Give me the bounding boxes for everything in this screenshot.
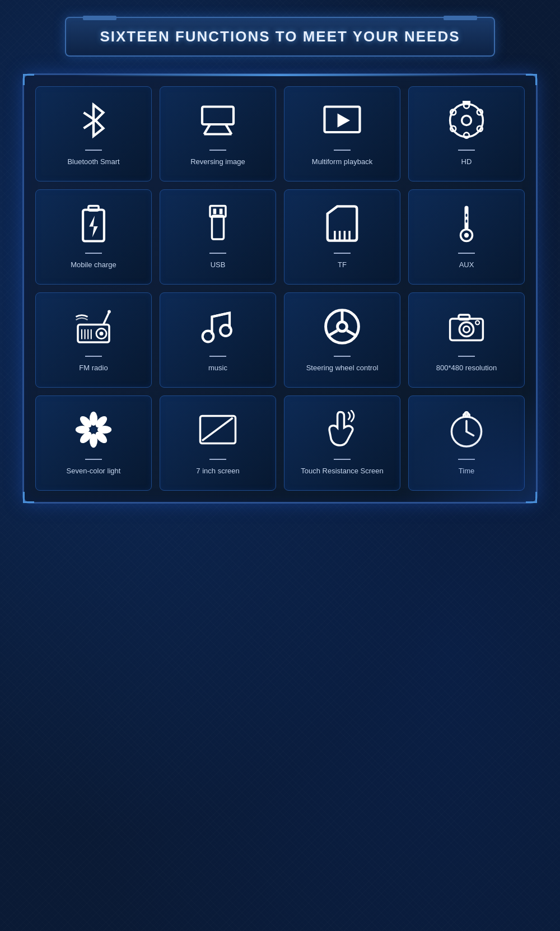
feature-divider [334,150,351,151]
corner-decoration-tl [23,74,34,85]
svg-marker-9 [338,113,350,127]
feature-card-fm: FM radio [35,292,152,388]
svg-rect-25 [220,208,223,214]
svg-rect-22 [212,216,224,239]
fm-icon [71,304,116,349]
svg-line-6 [226,124,232,134]
music-icon [195,304,240,349]
feature-card-light: Seven-color light [35,395,152,491]
feature-divider [85,253,102,254]
feature-card-resolution: 800*480 resolution [408,292,525,388]
svg-rect-24 [213,208,217,214]
svg-point-48 [338,322,347,332]
page-wrapper: SIXTEEN FUNCTIONS TO MEET YOUR NEEDS Blu [0,0,560,931]
feature-label-charge: Mobile charge [71,260,116,270]
charge-icon [71,201,116,246]
hd-icon [444,98,489,143]
feature-card-tf: TF [284,189,400,285]
feature-card-music: music [160,292,276,388]
feature-card-steering: Steering wheel control [284,292,400,388]
feature-divider [458,253,475,254]
svg-line-70 [466,432,474,436]
touch-icon [320,407,365,452]
svg-point-45 [203,331,214,342]
corner-decoration-bl [23,492,34,503]
feature-label-resolution: 800*480 resolution [436,364,497,373]
feature-label-bluetooth: Bluetooth Smart [67,157,119,167]
playback-icon [320,98,365,143]
svg-rect-4 [202,107,234,125]
svg-marker-21 [89,216,97,238]
feature-card-hd: HD [408,86,525,181]
feature-label-playback: Multiform playback [312,157,372,167]
svg-point-46 [220,325,231,336]
svg-rect-18 [463,101,470,104]
steering-icon [320,304,365,349]
svg-line-42 [104,312,110,324]
features-grid: Bluetooth Smart Reversing image [35,86,525,491]
feature-label-hd: HD [461,157,472,167]
title-banner: SIXTEEN FUNCTIONS TO MEET YOUR NEEDS [65,17,495,57]
feature-card-playback: Multiform playback [284,86,400,181]
feature-label-light: Seven-color light [67,467,121,476]
feature-card-touch: Touch Resistance Screen [284,395,400,491]
feature-divider [85,459,102,460]
light-icon [71,407,116,452]
page-title: SIXTEEN FUNCTIONS TO MEET YOUR NEEDS [83,28,477,45]
feature-card-time: Time [408,395,525,491]
feature-label-touch: Touch Resistance Screen [301,467,383,476]
svg-point-65 [90,426,96,432]
feature-card-screen: 7 inch screen [160,395,276,491]
corner-decoration-br [526,492,537,503]
feature-divider [458,459,475,460]
resolution-icon [444,304,489,349]
svg-point-55 [463,326,469,332]
svg-line-44 [212,313,230,317]
svg-point-43 [108,310,111,314]
feature-divider [85,150,102,151]
feature-label-tf: TF [338,260,347,270]
svg-rect-33 [466,214,468,217]
svg-point-32 [464,233,469,238]
svg-point-54 [459,322,473,336]
svg-rect-19 [83,210,104,241]
aux-icon [444,201,489,246]
svg-point-56 [475,321,479,325]
feature-card-aux: AUX [408,189,525,285]
svg-line-51 [347,330,355,335]
feature-divider [85,356,102,357]
feature-divider [458,150,475,151]
svg-point-41 [100,332,104,336]
feature-card-usb: USB [160,189,276,285]
svg-rect-20 [88,206,99,211]
feature-divider [209,356,226,357]
corner-decoration-tr [526,74,537,85]
svg-point-11 [462,116,472,125]
feature-label-music: music [208,364,227,373]
time-icon [444,407,489,452]
svg-line-5 [204,124,211,134]
bluetooth-icon [71,98,116,143]
feature-divider [209,150,226,151]
feature-divider [334,253,351,254]
feature-label-aux: AUX [459,260,474,270]
feature-label-reversing: Reversing image [190,157,245,167]
feature-divider [209,459,226,460]
svg-rect-35 [78,325,109,343]
feature-label-fm: FM radio [79,364,108,373]
usb-icon [195,201,240,246]
feature-label-usb: USB [211,260,226,270]
feature-divider [209,253,226,254]
svg-line-50 [329,330,338,335]
grid-container: Bluetooth Smart Reversing image [22,73,538,504]
feature-label-steering: Steering wheel control [306,364,379,373]
svg-rect-34 [466,220,468,223]
feature-divider [334,459,351,460]
reversing-icon [195,98,240,143]
feature-label-screen: 7 inch screen [196,467,239,476]
feature-label-time: Time [459,467,474,476]
feature-divider [334,356,351,357]
tf-icon [320,201,365,246]
feature-card-reversing: Reversing image [160,86,276,181]
feature-card-bluetooth: Bluetooth Smart [35,86,152,181]
